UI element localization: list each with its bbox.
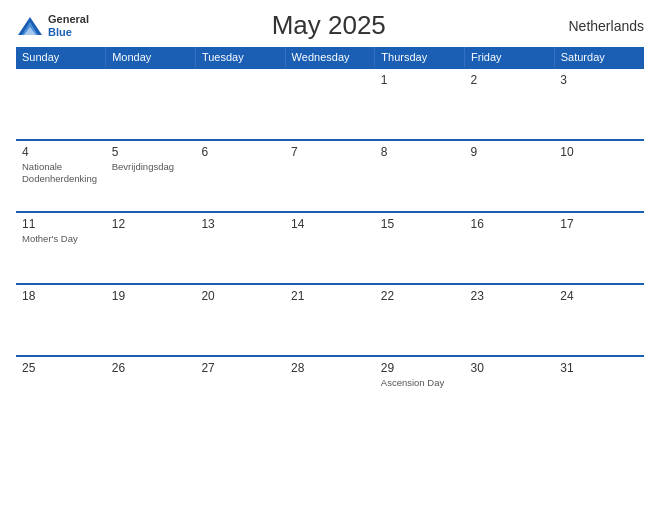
calendar-cell: 20 — [195, 284, 285, 356]
calendar-cell: 4Nationale Dodenherdenking — [16, 140, 106, 212]
logo: General Blue — [16, 13, 89, 37]
col-thursday: Thursday — [375, 47, 465, 68]
calendar-cell — [106, 68, 196, 140]
calendar-cell: 23 — [465, 284, 555, 356]
header: General Blue May 2025 Netherlands — [16, 10, 644, 41]
calendar-cell: 6 — [195, 140, 285, 212]
day-number: 29 — [381, 361, 459, 375]
day-number: 19 — [112, 289, 190, 303]
logo-general-text: General — [48, 13, 89, 25]
day-number: 3 — [560, 73, 638, 87]
day-number: 8 — [381, 145, 459, 159]
calendar-cell: 22 — [375, 284, 465, 356]
calendar-header-row: Sunday Monday Tuesday Wednesday Thursday… — [16, 47, 644, 68]
day-number: 31 — [560, 361, 638, 375]
day-number: 25 — [22, 361, 100, 375]
day-number: 28 — [291, 361, 369, 375]
holiday-label: Ascension Day — [381, 377, 459, 389]
calendar-cell: 9 — [465, 140, 555, 212]
day-number: 18 — [22, 289, 100, 303]
calendar-week-5: 2526272829Ascension Day3031 — [16, 356, 644, 428]
calendar-cell: 29Ascension Day — [375, 356, 465, 428]
calendar-cell: 25 — [16, 356, 106, 428]
col-friday: Friday — [465, 47, 555, 68]
day-number: 5 — [112, 145, 190, 159]
day-number: 22 — [381, 289, 459, 303]
calendar-cell: 31 — [554, 356, 644, 428]
logo-blue-text: Blue — [48, 26, 89, 38]
calendar-cell — [285, 68, 375, 140]
day-number: 4 — [22, 145, 100, 159]
day-number: 2 — [471, 73, 549, 87]
calendar-cell: 15 — [375, 212, 465, 284]
calendar-cell: 14 — [285, 212, 375, 284]
calendar-week-1: 123 — [16, 68, 644, 140]
calendar-cell: 1 — [375, 68, 465, 140]
calendar-cell: 3 — [554, 68, 644, 140]
calendar-cell: 11Mother's Day — [16, 212, 106, 284]
day-number: 30 — [471, 361, 549, 375]
calendar-table: Sunday Monday Tuesday Wednesday Thursday… — [16, 47, 644, 428]
calendar-cell: 18 — [16, 284, 106, 356]
calendar-page: General Blue May 2025 Netherlands Sunday… — [0, 0, 660, 510]
day-number: 17 — [560, 217, 638, 231]
day-number: 11 — [22, 217, 100, 231]
day-number: 21 — [291, 289, 369, 303]
calendar-cell: 17 — [554, 212, 644, 284]
logo-icon — [16, 15, 44, 37]
calendar-week-2: 4Nationale Dodenherdenking5Bevrijdingsda… — [16, 140, 644, 212]
holiday-label: Bevrijdingsdag — [112, 161, 190, 173]
calendar-cell: 21 — [285, 284, 375, 356]
calendar-cell: 2 — [465, 68, 555, 140]
col-wednesday: Wednesday — [285, 47, 375, 68]
calendar-cell — [195, 68, 285, 140]
day-number: 24 — [560, 289, 638, 303]
calendar-cell — [16, 68, 106, 140]
calendar-cell: 28 — [285, 356, 375, 428]
day-number: 6 — [201, 145, 279, 159]
calendar-cell: 13 — [195, 212, 285, 284]
day-number: 16 — [471, 217, 549, 231]
col-tuesday: Tuesday — [195, 47, 285, 68]
day-number: 1 — [381, 73, 459, 87]
day-number: 26 — [112, 361, 190, 375]
day-number: 7 — [291, 145, 369, 159]
day-number: 20 — [201, 289, 279, 303]
calendar-cell: 10 — [554, 140, 644, 212]
calendar-cell: 7 — [285, 140, 375, 212]
calendar-cell: 12 — [106, 212, 196, 284]
day-number: 27 — [201, 361, 279, 375]
calendar-cell: 26 — [106, 356, 196, 428]
calendar-cell: 5Bevrijdingsdag — [106, 140, 196, 212]
calendar-week-4: 18192021222324 — [16, 284, 644, 356]
day-number: 13 — [201, 217, 279, 231]
calendar-cell: 27 — [195, 356, 285, 428]
calendar-title: May 2025 — [272, 10, 386, 41]
holiday-label: Nationale Dodenherdenking — [22, 161, 100, 186]
holiday-label: Mother's Day — [22, 233, 100, 245]
calendar-cell: 16 — [465, 212, 555, 284]
day-number: 23 — [471, 289, 549, 303]
calendar-week-3: 11Mother's Day121314151617 — [16, 212, 644, 284]
col-saturday: Saturday — [554, 47, 644, 68]
country-label: Netherlands — [569, 18, 645, 34]
day-number: 15 — [381, 217, 459, 231]
calendar-cell: 30 — [465, 356, 555, 428]
day-number: 12 — [112, 217, 190, 231]
day-number: 10 — [560, 145, 638, 159]
col-sunday: Sunday — [16, 47, 106, 68]
day-number: 14 — [291, 217, 369, 231]
calendar-cell: 19 — [106, 284, 196, 356]
calendar-cell: 24 — [554, 284, 644, 356]
calendar-cell: 8 — [375, 140, 465, 212]
day-number: 9 — [471, 145, 549, 159]
col-monday: Monday — [106, 47, 196, 68]
